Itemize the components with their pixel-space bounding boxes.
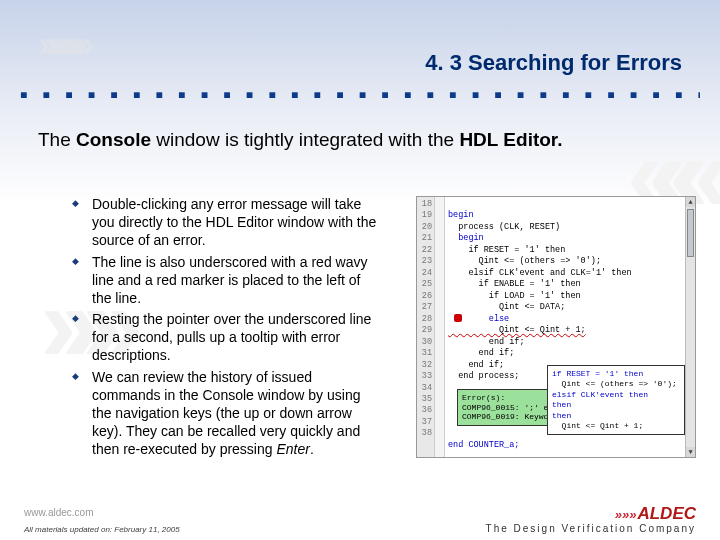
line-number-gutter: 181920 212223 242526 272829 303132 33343… (417, 197, 435, 457)
bullet-list: Double-clicking any error message will t… (72, 196, 382, 463)
scroll-thumb[interactable] (687, 209, 694, 257)
aldec-logo: »»»ALDEC (615, 504, 696, 524)
footer-tagline: The Design Verification Company (486, 523, 696, 534)
vertical-scrollbar[interactable]: ▲ ▼ (685, 197, 695, 457)
logo-chevron-icon: »»» (615, 507, 637, 522)
scroll-up-icon[interactable]: ▲ (686, 197, 695, 207)
footer-url: www.aldec.com (24, 507, 93, 518)
code-popup: if RESET = '1' then Qint <= (others => '… (547, 365, 685, 435)
slide-title: 4. 3 Searching for Errors (38, 50, 682, 76)
slide: »»» ««« »»»»»»» 4. 3 Searching for Error… (0, 0, 720, 540)
marker-gutter (435, 197, 445, 457)
bullet-item: Double-clicking any error message will t… (72, 196, 382, 250)
intro-text: The Console window is tightly integrated… (38, 128, 682, 152)
divider-dots: ■ ■ ■ ■ ■ ■ ■ ■ ■ ■ ■ ■ ■ ■ ■ ■ ■ ■ ■ ■ … (20, 88, 700, 98)
bullet-item: We can review the history of issued comm… (72, 369, 382, 459)
code-editor-screenshot: 181920 212223 242526 272829 303132 33343… (416, 196, 696, 458)
bullet-item: Resting the pointer over the underscored… (72, 311, 382, 365)
bullet-item: The line is also underscored with a red … (72, 254, 382, 308)
scroll-down-icon[interactable]: ▼ (686, 447, 695, 457)
footer: www.aldec.com All materials updated on: … (0, 502, 720, 540)
footer-updated: All materials updated on: February 11, 2… (24, 525, 180, 534)
